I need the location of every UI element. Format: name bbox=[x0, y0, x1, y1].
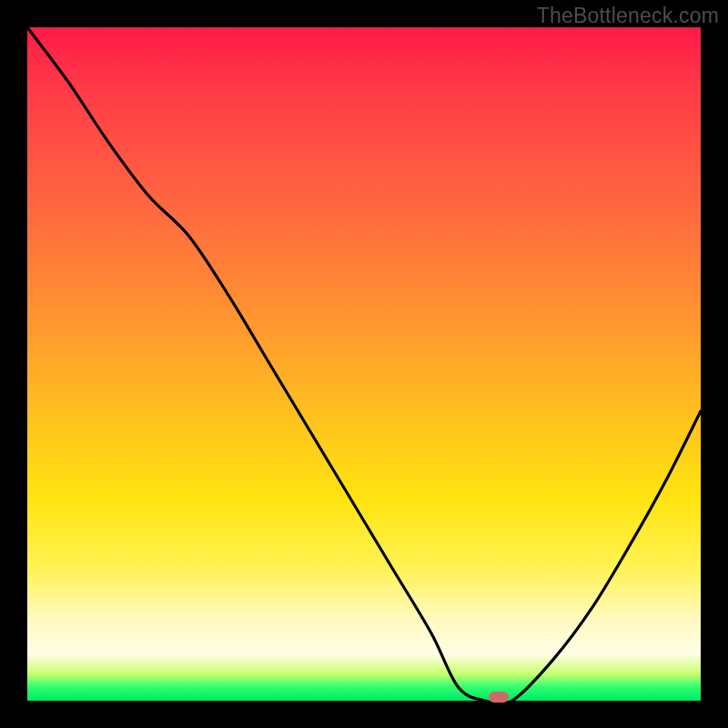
bottleneck-curve bbox=[27, 27, 701, 701]
watermark-text: TheBottleneck.com bbox=[537, 4, 719, 28]
optimum-marker bbox=[489, 692, 509, 703]
plot-area bbox=[27, 27, 701, 701]
chart-frame: TheBottleneck.com bbox=[0, 0, 728, 728]
